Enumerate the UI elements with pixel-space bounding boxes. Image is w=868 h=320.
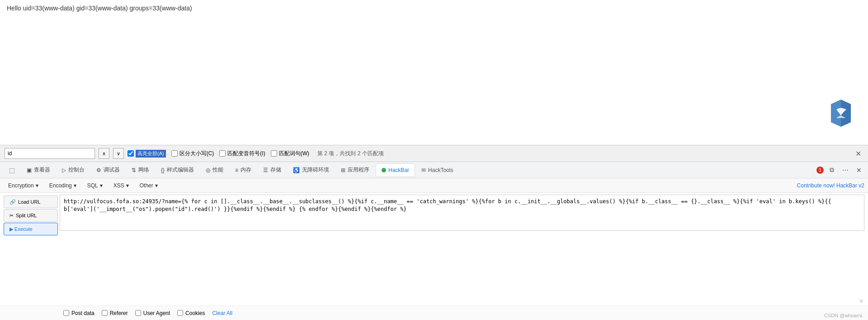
encoding-arrow: ▾	[74, 182, 76, 189]
regex-option[interactable]: 匹配变音符号(I)	[219, 150, 265, 158]
split-url-button[interactable]: ✂ Split URL	[4, 209, 58, 222]
clear-all-link[interactable]: Clear All	[212, 310, 232, 316]
xss-label: XSS	[113, 182, 124, 189]
devtools-storage-tab[interactable]: ☰ 存储	[258, 163, 287, 177]
devtools-inspect-tab[interactable]: ⬚	[4, 163, 20, 177]
referer-checkbox-item[interactable]: Referer	[102, 310, 128, 316]
load-url-button[interactable]: 🔗 Load URL	[4, 196, 58, 208]
resize-handle[interactable]: ⇲	[859, 298, 864, 304]
sql-menu[interactable]: SQL ▾	[83, 181, 107, 191]
network-label: 网络	[138, 166, 149, 174]
user-agent-checkbox[interactable]	[135, 310, 141, 316]
find-bar: ∧ ∨ 高亮全部(A) 区分大小写(C) 匹配变音符号(I) 匹配词句(W) 第…	[0, 145, 868, 162]
devtools-hacktools-tab[interactable]: ✉ HackTools	[416, 163, 458, 177]
hacktools-icon: ✉	[421, 167, 426, 173]
highlight-all-label: 高亮全部(A)	[136, 150, 166, 158]
application-label: 应用程序	[348, 166, 369, 174]
performance-label: 性能	[212, 166, 223, 174]
accessibility-icon: ♿	[293, 167, 300, 173]
encryption-label: Encryption	[8, 182, 34, 189]
error-badge: 1	[816, 167, 824, 174]
devtools-more-button[interactable]: ⋯	[840, 165, 851, 176]
bird-logo	[827, 100, 854, 127]
hackbar-dot	[382, 168, 386, 172]
style-editor-label: 样式编辑器	[167, 166, 194, 174]
contribute-link[interactable]: Contribute now! HackBar v2	[797, 182, 864, 189]
memory-icon: ≡	[235, 167, 238, 173]
execute-button[interactable]: ▶ Execute	[4, 223, 58, 235]
xss-arrow: ▾	[126, 182, 129, 189]
split-url-label: Split URL	[16, 213, 37, 218]
load-url-label: Load URL	[18, 199, 41, 205]
encoding-label: Encoding	[49, 182, 72, 189]
devtools-style-editor-tab[interactable]: {} 样式编辑器	[156, 163, 199, 177]
highlight-all-checkbox[interactable]	[127, 150, 134, 157]
other-label: Other	[140, 182, 153, 189]
find-options: 高亮全部(A) 区分大小写(C) 匹配变音符号(I) 匹配词句(W)	[127, 150, 309, 158]
load-url-icon: 🔗	[9, 199, 16, 205]
storage-icon: ☰	[263, 167, 268, 173]
memory-label: 内存	[241, 166, 251, 174]
split-url-icon: ✂	[9, 213, 14, 219]
case-sensitive-checkbox[interactable]	[171, 150, 178, 157]
console-label: 控制台	[68, 166, 85, 174]
cookies-checkbox-item[interactable]: Cookies	[177, 310, 205, 316]
devtools-network-tab[interactable]: ⇅ 网络	[126, 163, 155, 177]
main-content: Hello uid=33(www-data) gid=33(www-data) …	[0, 0, 868, 145]
find-count: 第 2 项，共找到 2 个匹配项	[317, 150, 384, 158]
devtools-performance-tab[interactable]: ◎ 性能	[200, 163, 229, 177]
sql-arrow: ▾	[100, 182, 103, 189]
accessibility-label: 无障碍环境	[302, 166, 329, 174]
referer-label: Referer	[110, 310, 128, 316]
whole-word-checkbox[interactable]	[271, 150, 277, 157]
devtools-accessibility-tab[interactable]: ♿ 无障碍环境	[288, 163, 335, 177]
devtools-close-button[interactable]: ✕	[854, 165, 864, 176]
user-agent-checkbox-item[interactable]: User Agent	[135, 310, 170, 316]
viewer-label: 查看器	[34, 166, 50, 174]
other-arrow: ▾	[155, 182, 158, 189]
case-sensitive-option[interactable]: 区分大小写(C)	[171, 150, 214, 158]
devtools-hackbar-tab[interactable]: HackBar	[376, 163, 415, 177]
devtools-console-tab[interactable]: ▷ 控制台	[57, 163, 90, 177]
hackbar-menubar: Encryption ▾ Encoding ▾ SQL ▾ XSS ▾ Othe…	[0, 178, 868, 193]
url-textarea-wrapper: http://vulfocus.fofa.so:24935/?name={% f…	[60, 195, 864, 304]
devtools-application-tab[interactable]: ⊞ 应用程序	[335, 163, 375, 177]
regex-checkbox[interactable]	[219, 150, 226, 157]
encryption-arrow: ▾	[36, 182, 38, 189]
devtools-debugger-tab[interactable]: ⚙ 调试器	[91, 163, 125, 177]
application-icon: ⊞	[341, 167, 345, 173]
hello-text: Hello uid=33(www-data) gid=33(www-data) …	[7, 5, 861, 12]
encryption-menu[interactable]: Encryption ▾	[4, 181, 43, 191]
find-close-button[interactable]: ✕	[853, 149, 863, 158]
sql-label: SQL	[87, 182, 98, 189]
left-buttons: 🔗 Load URL ✂ Split URL ▶ Execute	[4, 195, 58, 304]
find-input[interactable]	[5, 148, 95, 159]
encoding-menu[interactable]: Encoding ▾	[45, 181, 81, 191]
other-menu[interactable]: Other ▾	[135, 181, 162, 191]
whole-word-option[interactable]: 匹配词句(W)	[271, 150, 309, 158]
debugger-icon: ⚙	[96, 167, 101, 173]
devtools-viewer-tab[interactable]: ▣ 查看器	[21, 163, 56, 177]
referer-checkbox[interactable]	[102, 310, 108, 316]
find-prev-button[interactable]: ∧	[99, 148, 109, 159]
post-data-checkbox[interactable]	[63, 310, 69, 316]
hacktools-label: HackTools	[428, 167, 453, 173]
network-icon: ⇅	[132, 167, 136, 173]
post-data-checkbox-item[interactable]: Post data	[63, 310, 94, 316]
highlight-all-option[interactable]: 高亮全部(A)	[127, 150, 166, 158]
debugger-label: 调试器	[104, 166, 120, 174]
find-next-button[interactable]: ∨	[113, 148, 124, 159]
url-textarea[interactable]: http://vulfocus.fofa.so:24935/?name={% f…	[60, 195, 864, 231]
devtools-toolbar: ⬚ ▣ 查看器 ▷ 控制台 ⚙ 调试器 ⇅ 网络 {} 样式编辑器 ◎ 性能 ≡…	[0, 162, 868, 178]
execute-label: ▶ Execute	[9, 226, 33, 232]
cookies-checkbox[interactable]	[177, 310, 183, 316]
devtools-memory-tab[interactable]: ≡ 内存	[230, 163, 257, 177]
csdn-watermark: CSDN @whoarni.	[824, 313, 863, 318]
user-agent-label: User Agent	[143, 310, 170, 316]
storage-label: 存储	[270, 166, 281, 174]
hackbar-label: HackBar	[388, 167, 409, 173]
cookies-label: Cookies	[185, 310, 205, 316]
devtools-undock-button[interactable]: ⧉	[826, 165, 837, 176]
bottom-bar: Post data Referer User Agent Cookies Cle…	[0, 306, 868, 320]
xss-menu[interactable]: XSS ▾	[109, 181, 133, 191]
